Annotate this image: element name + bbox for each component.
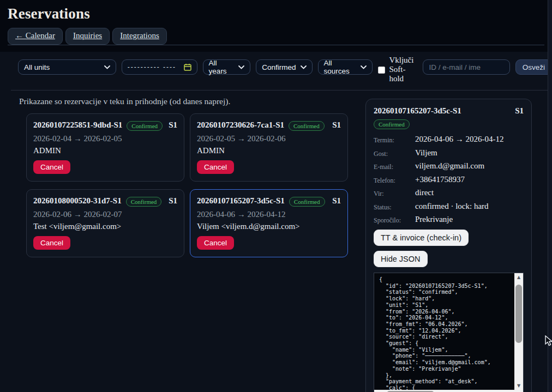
reservation-dates: 2026-02-04 → 2026-02-05 bbox=[33, 134, 177, 143]
hscroll-track[interactable] bbox=[382, 390, 515, 392]
reservation-list: 20260107225851-9dbd-S1 Confirmed S1 2026… bbox=[26, 113, 348, 257]
hide-json-button[interactable]: Hide JSON bbox=[374, 251, 428, 267]
cancel-button[interactable]: Cancel bbox=[197, 160, 234, 174]
detail-status-badge: Confirmed bbox=[374, 119, 410, 129]
reservation-card[interactable]: 20260107230626-7ca1-S1 Confirmed S1 2026… bbox=[190, 113, 348, 182]
main-content: 20260107225851-9dbd-S1 Confirmed S1 2026… bbox=[0, 113, 552, 392]
detail-reservation-id: 20260107165207-3d5c-S1 bbox=[374, 106, 461, 116]
field-label-gost: Gost: bbox=[374, 148, 415, 158]
reservation-dates: 2026-02-05 → 2026-02-06 bbox=[197, 134, 341, 143]
invoice-checkin-button[interactable]: TT & invoice (check-in) bbox=[374, 230, 469, 246]
cancel-button[interactable]: Cancel bbox=[197, 236, 234, 250]
status-badge: Confirmed bbox=[127, 121, 163, 131]
field-value-status: confirmed · lock: hard bbox=[415, 202, 489, 212]
softhold-filter: Vključi Soft-hold bbox=[378, 56, 417, 83]
units-select[interactable]: All units bbox=[18, 59, 116, 75]
search-input-placeholder: ID / e-mail / ime bbox=[429, 63, 481, 71]
date-input[interactable]: ---------- ---- bbox=[122, 59, 197, 75]
reservation-dates: 2026-04-06 → 2026-04-12 bbox=[197, 210, 341, 219]
reservation-guest: Viljem <viljem.d@gmail.com> bbox=[197, 222, 341, 231]
softhold-label[interactable]: Vključi Soft-hold bbox=[389, 56, 417, 83]
refresh-button[interactable]: Osveži bbox=[515, 59, 552, 75]
reservation-id: 20260108000520-31d7-S1 bbox=[33, 196, 122, 206]
json-code: { "id": "20260107165207-3d5c-S1", "statu… bbox=[374, 273, 514, 390]
field-value-termin: 2026-04-06 → 2026-04-12 bbox=[415, 135, 503, 144]
reservation-dates: 2026-02-06 → 2026-02-07 bbox=[33, 210, 177, 219]
reservation-id: 20260107230626-7ca1-S1 bbox=[197, 120, 284, 130]
page-scrollbar-gutter[interactable] bbox=[548, 0, 552, 392]
field-value-sporocilo: Prekrivanje bbox=[415, 215, 453, 225]
reservation-card[interactable]: 20260108000520-31d7-S1 Confirmed S1 2026… bbox=[26, 189, 184, 257]
reservation-guest: ADMIN bbox=[197, 146, 341, 155]
softhold-checkbox[interactable] bbox=[378, 67, 385, 74]
field-label-email: E-mail: bbox=[374, 161, 415, 171]
status-badge: Confirmed bbox=[126, 197, 162, 207]
chevron-down-icon bbox=[361, 65, 367, 69]
sources-select[interactable]: All sources bbox=[318, 59, 373, 75]
scroll-up-arrow-icon[interactable]: ▲ bbox=[514, 273, 523, 281]
cancel-button[interactable]: Cancel bbox=[33, 236, 70, 250]
field-label-status: Status: bbox=[374, 202, 415, 212]
unit-label: S1 bbox=[332, 120, 341, 130]
tab-calendar[interactable]: ← Calendar bbox=[8, 28, 63, 45]
json-viewer: { "id": "20260107165207-3d5c-S1", "statu… bbox=[374, 273, 524, 392]
field-label-termin: Termin: bbox=[374, 135, 415, 144]
reservation-guest: ADMIN bbox=[33, 146, 177, 155]
field-value-telefon: +38641758937 bbox=[415, 175, 465, 185]
divider bbox=[11, 90, 552, 91]
field-value-email: viljem.d@gmail.com bbox=[415, 161, 484, 171]
field-label-vir: Vir: bbox=[374, 188, 415, 198]
status-badge: Confirmed bbox=[289, 121, 325, 131]
reservation-card-selected[interactable]: 20260107165207-3d5c-S1 Confirmed S1 2026… bbox=[190, 189, 348, 257]
date-input-placeholder: ---------- ---- bbox=[128, 63, 176, 71]
tab-bar: ← Calendar Inquiries Integrations bbox=[8, 28, 544, 45]
years-select[interactable]: All years bbox=[203, 59, 251, 75]
json-vertical-scrollbar[interactable]: ▲ ▼ bbox=[514, 273, 523, 390]
field-label-sporocilo: Sporočilo: bbox=[374, 215, 415, 225]
calendar-icon[interactable] bbox=[184, 63, 191, 71]
reservation-card[interactable]: 20260107225851-9dbd-S1 Confirmed S1 2026… bbox=[26, 113, 184, 182]
chevron-down-icon bbox=[104, 65, 110, 69]
filter-bar: All units ---------- ---- All years Conf… bbox=[0, 52, 552, 89]
scroll-left-arrow-icon[interactable]: ◄ bbox=[374, 390, 382, 392]
chevron-down-icon bbox=[238, 65, 244, 69]
page-header: Reservations ← Calendar Inquiries Integr… bbox=[0, 0, 552, 52]
scroll-down-arrow-icon[interactable]: ▼ bbox=[514, 382, 523, 390]
detail-unit-label: S1 bbox=[515, 106, 524, 116]
units-select-value: All units bbox=[24, 63, 50, 71]
field-value-vir: direct bbox=[415, 188, 434, 198]
page-title: Reservations bbox=[8, 5, 544, 22]
status-select[interactable]: Confirmed bbox=[256, 59, 312, 75]
scroll-right-arrow-icon[interactable]: ► bbox=[515, 390, 523, 392]
sources-select-value: All sources bbox=[324, 59, 357, 75]
unit-label: S1 bbox=[169, 196, 177, 206]
tab-inquiries[interactable]: Inquiries bbox=[65, 28, 110, 45]
reservation-id: 20260107165207-3d5c-S1 bbox=[197, 196, 285, 206]
unit-label: S1 bbox=[169, 120, 177, 130]
search-input[interactable]: ID / e-mail / ime bbox=[423, 59, 509, 75]
chevron-down-icon bbox=[301, 65, 307, 69]
detail-fields: Termin: 2026-04-06 → 2026-04-12 Gost: Vi… bbox=[374, 135, 524, 225]
status-select-value: Confirmed bbox=[262, 63, 296, 71]
tab-integrations[interactable]: Integrations bbox=[112, 28, 167, 45]
reservation-id: 20260107225851-9dbd-S1 bbox=[33, 120, 122, 130]
field-label-telefon: Telefon: bbox=[374, 175, 415, 185]
vscroll-track[interactable] bbox=[514, 281, 523, 382]
status-badge: Confirmed bbox=[289, 197, 325, 207]
years-select-value: All years bbox=[209, 59, 235, 75]
vscroll-thumb[interactable] bbox=[515, 285, 522, 343]
cancel-button[interactable]: Cancel bbox=[33, 160, 70, 174]
reservation-guest: Test <viljem@gmail.com> bbox=[33, 222, 177, 231]
unit-label: S1 bbox=[332, 196, 341, 206]
json-horizontal-scrollbar[interactable]: ◄ ► bbox=[374, 390, 523, 392]
field-value-gost: Viljem bbox=[415, 148, 437, 158]
reservation-detail-panel: 20260107165207-3d5c-S1 S1 Confirmed Term… bbox=[365, 99, 532, 392]
